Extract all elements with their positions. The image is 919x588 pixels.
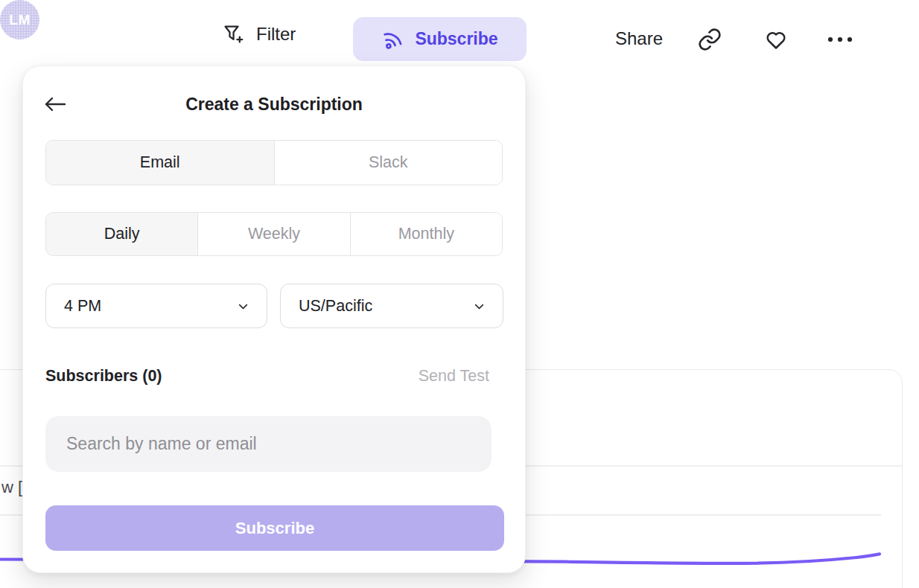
link-icon bbox=[697, 27, 722, 52]
tab-weekly[interactable]: Weekly bbox=[197, 213, 349, 255]
subscribe-submit-label: Subscribe bbox=[235, 519, 314, 538]
subscribe-toolbar-label: Subscribe bbox=[415, 29, 497, 49]
more-options-button[interactable] bbox=[825, 31, 855, 48]
chevron-down-icon bbox=[472, 299, 486, 313]
rss-subscribe-icon bbox=[379, 25, 407, 54]
create-subscription-dialog: Create a Subscription Email Slack Daily … bbox=[22, 65, 526, 573]
subscribers-count-label: Subscribers (0) bbox=[45, 367, 162, 386]
timezone-select[interactable]: US/Pacific bbox=[280, 284, 503, 328]
subscriber-search-input[interactable] bbox=[45, 416, 492, 472]
subscribe-toolbar-button[interactable]: Subscribe bbox=[353, 17, 527, 61]
ellipsis-icon bbox=[825, 31, 855, 48]
clipped-background-text: w [ bbox=[1, 478, 22, 497]
tab-daily[interactable]: Daily bbox=[46, 213, 197, 255]
favorite-button[interactable] bbox=[763, 27, 789, 52]
timezone-select-value: US/Pacific bbox=[299, 297, 372, 316]
time-select-value: 4 PM bbox=[64, 297, 101, 316]
subscribers-row: Subscribers (0) Send Test bbox=[45, 367, 489, 386]
filter-button[interactable]: Filter bbox=[221, 22, 296, 46]
share-label: Share bbox=[615, 28, 663, 49]
user-avatar[interactable]: LM bbox=[0, 0, 39, 39]
chevron-down-icon bbox=[236, 299, 250, 313]
tab-email[interactable]: Email bbox=[46, 141, 274, 185]
send-test-button[interactable]: Send Test bbox=[419, 367, 489, 386]
dialog-title: Create a Subscription bbox=[23, 95, 525, 115]
tab-slack[interactable]: Slack bbox=[274, 141, 503, 185]
share-button[interactable]: Share bbox=[615, 28, 663, 49]
subscribe-submit-button[interactable]: Subscribe bbox=[45, 505, 504, 551]
channel-segmented-control: Email Slack bbox=[45, 140, 503, 185]
frequency-segmented-control: Daily Weekly Monthly bbox=[45, 212, 503, 256]
tab-monthly[interactable]: Monthly bbox=[350, 213, 502, 255]
filter-label: Filter bbox=[256, 24, 296, 45]
copy-link-button[interactable] bbox=[697, 27, 722, 52]
heart-icon bbox=[763, 27, 789, 52]
avatar-initials: LM bbox=[9, 12, 30, 28]
filter-funnel-icon bbox=[221, 22, 245, 46]
time-select[interactable]: 4 PM bbox=[45, 284, 267, 328]
